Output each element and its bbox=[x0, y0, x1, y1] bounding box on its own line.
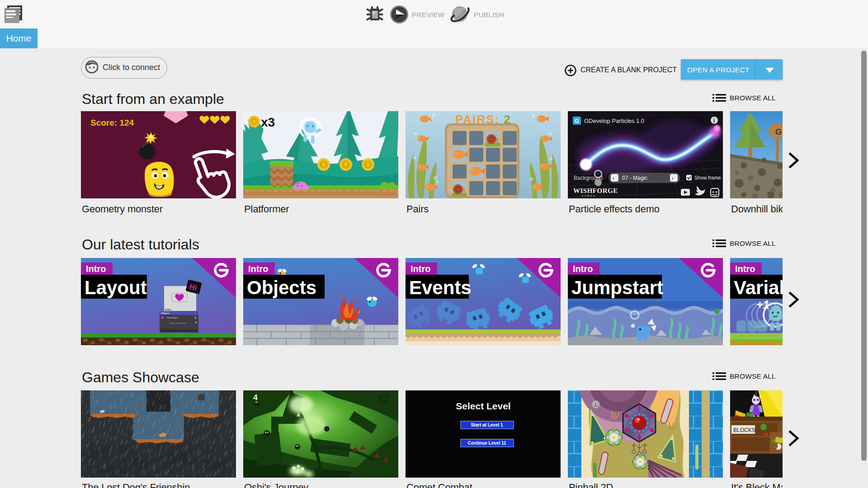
svg-text:Intro: Intro bbox=[573, 264, 593, 274]
svg-text:Add a new object: Add a new object bbox=[170, 322, 187, 324]
svg-text:Jumpstart: Jumpstart bbox=[571, 277, 663, 298]
svg-text:+1: +1 bbox=[756, 298, 769, 311]
svg-text:G: G bbox=[575, 118, 579, 124]
svg-text:Show frame: Show frame bbox=[694, 175, 721, 180]
svg-text:Start at Level 1: Start at Level 1 bbox=[471, 422, 503, 427]
svg-text:Intro: Intro bbox=[735, 264, 755, 274]
svg-text:Objects: Objects bbox=[161, 312, 170, 314]
svg-text:‹: ‹ bbox=[613, 175, 614, 181]
svg-text:Intro: Intro bbox=[410, 264, 430, 274]
svg-text:Select Level: Select Level bbox=[456, 401, 510, 411]
svg-text:GDevelop Particles 1.0: GDevelop Particles 1.0 bbox=[584, 117, 644, 124]
svg-text:Events: Events bbox=[409, 277, 472, 298]
svg-text:Intro: Intro bbox=[248, 264, 268, 274]
svg-text:24,334: 24,334 bbox=[165, 309, 171, 311]
svg-text:x3: x3 bbox=[261, 115, 275, 129]
svg-text:Score: 124: Score: 124 bbox=[90, 118, 134, 127]
svg-text:BLOCKS: BLOCKS bbox=[733, 427, 755, 433]
svg-text:WISHFORGE: WISHFORGE bbox=[573, 187, 618, 194]
svg-text:07 - Magic: 07 - Magic bbox=[622, 175, 647, 181]
svg-text:Intro: Intro bbox=[86, 264, 106, 274]
svg-text:1: 1 bbox=[594, 402, 597, 407]
svg-text:4: 4 bbox=[253, 393, 258, 402]
svg-text:›: › bbox=[672, 175, 674, 181]
svg-text:G: G bbox=[775, 127, 782, 136]
svg-text:Continue Level 11: Continue Level 11 bbox=[467, 441, 506, 446]
svg-text:NewObject: NewObject bbox=[167, 316, 178, 319]
svg-text:Variables: Variables bbox=[734, 277, 783, 298]
svg-text:Layout: Layout bbox=[85, 277, 147, 298]
svg-text:Objects: Objects bbox=[247, 277, 316, 298]
svg-text:GAMES: GAMES bbox=[581, 194, 596, 197]
